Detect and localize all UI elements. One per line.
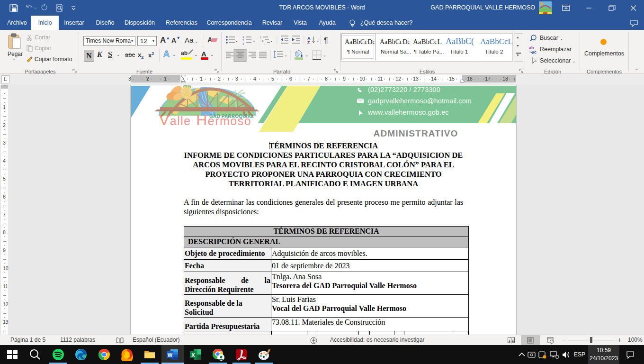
svg-text:1: 1 [242,36,244,38]
svg-text:www.vallehermoso.gob.ec: www.vallehermoso.gob.ec [367,109,449,116]
svg-text:3: 3 [242,42,244,45]
svg-text:¶: ¶ [324,36,328,45]
svg-text:⌄: ⌄ [252,38,256,43]
svg-text:ac: ac [532,50,537,54]
svg-text:ADMINISTRATIVO: ADMINISTRATIVO [374,128,458,138]
svg-text:(02)2773220 / 2773300: (02)2773220 / 2773300 [368,86,440,93]
svg-text:GAD PARROQUIAL: GAD PARROQUIAL [209,114,254,119]
svg-text:X: X [191,352,195,358]
svg-text:W: W [168,352,173,358]
svg-text:⌄: ⌄ [235,38,238,43]
svg-text:⌄: ⌄ [316,38,320,43]
svg-text:1: 1 [260,36,262,39]
svg-text:Z: Z [307,40,310,45]
svg-text:gadprvallehermoso@hotmail.com: gadprvallehermoso@hotmail.com [368,97,472,105]
svg-text:⌄: ⌄ [270,38,273,43]
svg-text:⌄: ⌄ [323,53,326,57]
svg-text:⌄: ⌄ [284,53,287,57]
svg-text:2: 2 [242,39,244,42]
svg-text:a: a [262,39,264,42]
svg-text:⌄: ⌄ [305,53,308,57]
svg-text:i: i [264,43,264,46]
